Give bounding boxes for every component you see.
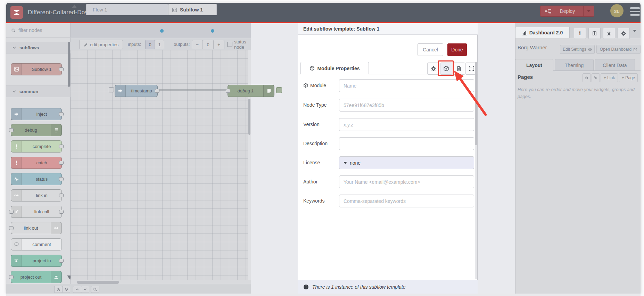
pages-help-text: Here you can re-order and move your widg… xyxy=(518,86,637,100)
selection-frame-icon xyxy=(469,66,474,71)
node-label: debug xyxy=(11,124,51,136)
palette-section-common[interactable]: common xyxy=(6,85,71,97)
move-up-button[interactable] xyxy=(583,73,591,82)
palette-node-link-out[interactable]: link out xyxy=(11,222,62,234)
field-label-module: Module xyxy=(303,79,337,91)
window-bottom-edge xyxy=(6,294,641,296)
field-label-keywords: Keywords xyxy=(303,195,337,207)
palette-node-comment[interactable]: comment xyxy=(11,238,62,250)
deploy-button[interactable]: Deploy xyxy=(540,6,594,17)
edit-properties-button[interactable]: edit properties xyxy=(79,40,123,49)
gear-icon xyxy=(588,48,592,51)
debug-tab-button[interactable] xyxy=(603,28,615,39)
sidebar-tab-theming[interactable]: Theming xyxy=(555,59,594,71)
palette-node-inject[interactable]: inject xyxy=(11,108,62,120)
dialog-scrollbar-thumb[interactable] xyxy=(475,62,477,145)
palette-scrollbar[interactable] xyxy=(68,42,70,87)
canvas-zoom-search-button[interactable] xyxy=(91,286,99,293)
flow-canvas[interactable] xyxy=(71,50,248,280)
input-port[interactable] xyxy=(9,128,14,132)
add-page-button[interactable]: + Page xyxy=(619,73,638,82)
canvas-node-timestamp[interactable]: timestamp xyxy=(115,85,158,97)
inject-icon xyxy=(115,85,126,97)
inject-trigger-button[interactable] xyxy=(109,87,114,92)
deploy-options-caret[interactable] xyxy=(583,6,594,16)
node-label: status xyxy=(22,173,61,185)
canvas-hscrollbar-thumb[interactable] xyxy=(77,281,119,284)
module-input[interactable] xyxy=(339,79,474,92)
output-port[interactable] xyxy=(59,112,64,116)
outputs-value[interactable]: 0 xyxy=(203,40,214,49)
palette-node-debug[interactable]: debug xyxy=(11,124,62,136)
license-select[interactable]: none xyxy=(339,156,474,169)
edit-settings-button[interactable]: Edit Settings xyxy=(560,45,595,54)
gear-icon xyxy=(431,66,436,72)
pencil-icon xyxy=(84,43,88,47)
keywords-input[interactable] xyxy=(339,195,474,207)
canvas-node-debug-1[interactable]: debug 1 xyxy=(228,85,274,97)
palette-node-project-in[interactable]: project in xyxy=(11,255,62,267)
output-port[interactable] xyxy=(59,259,64,263)
output-port[interactable] xyxy=(59,177,64,181)
palette-node-project-out[interactable]: project out xyxy=(11,271,62,283)
inputs-0-button[interactable]: 0 xyxy=(145,40,155,49)
outputs-decrease-button[interactable]: − xyxy=(192,40,203,49)
palette-node-status[interactable]: status xyxy=(11,173,62,185)
config-tab-button[interactable] xyxy=(618,28,630,39)
sidebar-tab-client-data[interactable]: Client Data xyxy=(595,59,635,71)
author-input[interactable] xyxy=(339,175,474,188)
subflow-properties-button[interactable] xyxy=(427,63,439,75)
version-input[interactable] xyxy=(339,118,474,131)
palette-section-subflows[interactable]: subflows xyxy=(6,42,71,54)
output-port[interactable] xyxy=(59,194,64,197)
outputs-increase-button[interactable]: + xyxy=(213,40,224,49)
input-port[interactable] xyxy=(9,210,14,214)
info-tab-button[interactable]: i xyxy=(574,28,586,39)
cancel-button[interactable]: Cancel xyxy=(418,43,443,56)
description-button[interactable] xyxy=(453,63,465,75)
input-port[interactable] xyxy=(226,89,230,93)
canvas-nav-up-button[interactable] xyxy=(73,286,81,293)
node-type-input[interactable] xyxy=(339,99,474,112)
toolbar-collapse-icon[interactable] xyxy=(72,5,77,8)
palette-search-input[interactable]: filter nodes xyxy=(6,23,71,38)
palette-collapse-all-button[interactable] xyxy=(54,286,62,293)
palette-node-catch[interactable]: catch xyxy=(11,157,62,169)
open-dashboard-button[interactable]: Open Dashboard xyxy=(596,45,641,54)
node-label: link call xyxy=(22,206,61,217)
user-avatar[interactable]: su xyxy=(610,4,624,17)
add-link-button[interactable]: + Link xyxy=(601,73,618,82)
palette-node-complete[interactable]: complete xyxy=(11,140,62,153)
tab-module-properties[interactable]: Module Properties xyxy=(300,62,369,74)
move-down-button[interactable] xyxy=(592,73,600,82)
output-port[interactable] xyxy=(155,89,159,93)
done-button[interactable]: Done xyxy=(447,43,467,56)
tab-flow-1[interactable]: Flow 1 xyxy=(86,4,168,15)
canvas-nav-down-button[interactable] xyxy=(81,286,89,293)
tab-label: Flow 1 xyxy=(93,7,107,13)
output-port[interactable] xyxy=(59,145,64,148)
palette-node-subflow-1[interactable]: Subflow 1 xyxy=(11,63,62,75)
node-label: timestamp xyxy=(126,85,157,97)
palette-node-link-call[interactable]: link call xyxy=(11,206,62,218)
palette-node-link-in[interactable]: link in xyxy=(11,189,62,202)
sidebar-tab-layout[interactable]: Layout xyxy=(515,59,553,71)
debug-enable-toggle[interactable] xyxy=(276,87,282,93)
output-port[interactable] xyxy=(59,161,64,165)
output-port[interactable] xyxy=(59,67,64,71)
canvas-vscrollbar-thumb[interactable] xyxy=(248,99,250,135)
input-port[interactable] xyxy=(9,275,14,279)
chevron-down-icon xyxy=(13,47,16,49)
tab-dashboard-2[interactable]: Dashboard 2.0 xyxy=(515,27,570,38)
tab-subflow-1[interactable]: Subflow 1 xyxy=(168,4,217,15)
palette-expand-all-button[interactable] xyxy=(62,286,70,293)
help-tab-button[interactable] xyxy=(588,28,601,39)
sidebar-more-caret-icon[interactable] xyxy=(633,32,636,38)
main-menu-icon[interactable] xyxy=(630,7,640,16)
inputs-1-button[interactable]: 1 xyxy=(155,40,164,49)
output-port[interactable] xyxy=(59,210,64,214)
status-node-checkbox[interactable] xyxy=(227,42,232,47)
input-port[interactable] xyxy=(9,226,14,230)
wire-timestamp-to-debug[interactable] xyxy=(156,87,231,94)
description-input[interactable] xyxy=(339,137,474,150)
